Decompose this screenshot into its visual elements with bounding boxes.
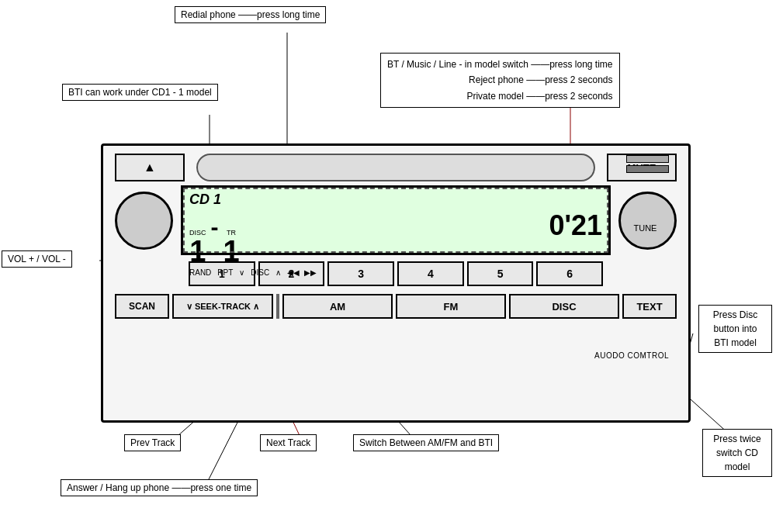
audio-control-label: AUODO COMTROL (594, 351, 669, 360)
display-screen: CD 1 DISC 1 - TR 1 0'21 (181, 185, 611, 255)
next-track-annotation: Next Track (260, 434, 317, 451)
seek-track-button[interactable]: ∨ SEEK-TRACK ∧ (172, 294, 273, 319)
scan-button[interactable]: SCAN (115, 294, 169, 319)
bt-music-annotation: BT / Music / Line - in model switch ——pr… (380, 53, 620, 108)
answer-hangup-annotation: Answer / Hang up phone ——press one time (61, 479, 258, 496)
display-time: 0'21 (549, 209, 602, 242)
tune-label: TUNE (616, 223, 674, 233)
display-bottom-row: RAND RPT ∨ DISC ∧ ◀◀ ▶▶ (189, 268, 602, 277)
card-slot-1 (626, 155, 669, 163)
am-button[interactable]: AM (282, 294, 393, 319)
press-twice-annotation: Press twiceswitch CDmodel (702, 429, 772, 477)
eject-button[interactable]: ▲ (115, 154, 185, 181)
memory-card-slot (626, 155, 669, 173)
bottom-controls-row: SCAN ∨ SEEK-TRACK ∧ AM FM DISC TEXT (103, 290, 688, 323)
disc-button[interactable]: DISC (509, 294, 619, 319)
prev-track-annotation: Prev Track (124, 434, 181, 451)
card-slot-2 (626, 165, 669, 173)
nav-arrows: ◀◀ ▶▶ (287, 268, 317, 277)
divider (276, 294, 279, 319)
display-disc-tr: DISC 1 - TR 1 (189, 214, 240, 266)
vol-knob[interactable] (115, 192, 173, 250)
press-disc-annotation: Press Discbutton intoBTI model (698, 305, 772, 353)
display-cd-label: CD 1 (189, 192, 221, 208)
tune-knob[interactable] (618, 192, 677, 250)
vol-annotation: VOL + / VOL - (2, 250, 72, 268)
tape-slot (196, 154, 595, 181)
text-button[interactable]: TEXT (622, 294, 677, 319)
redial-annotation: Redial phone ——press long time (175, 6, 326, 23)
switch-amfm-annotation: Switch Between AM/FM and BTI (353, 434, 499, 451)
fm-button[interactable]: FM (396, 294, 506, 319)
bti-cd1-annotation: BTI can work under CD1 - 1 model (62, 84, 218, 101)
car-radio-device: ▲ MUTE PWR-VOL TUNE CD 1 DISC (101, 143, 691, 423)
